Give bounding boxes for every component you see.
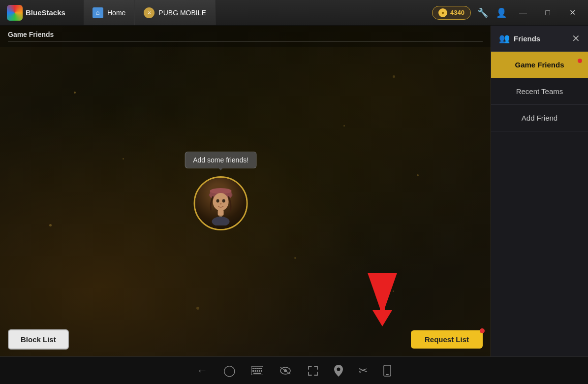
nav-item-recent-teams[interactable]: Recent Teams bbox=[491, 78, 588, 105]
app-name: BlueStacks bbox=[26, 8, 65, 17]
panel-close-button[interactable]: ✕ bbox=[572, 32, 580, 44]
pubg-tab-label: PUBG MOBILE bbox=[158, 9, 206, 17]
svg-rect-24 bbox=[253, 373, 261, 374]
svg-rect-14 bbox=[252, 368, 254, 369]
request-list-label: Request List bbox=[425, 335, 469, 344]
svg-rect-16 bbox=[256, 368, 258, 369]
wrench-icon[interactable]: 🔧 bbox=[476, 6, 490, 20]
svg-rect-22 bbox=[259, 370, 260, 372]
nav-item-add-friend[interactable]: Add Friend bbox=[491, 105, 588, 131]
game-viewport: Game Friends Add some friends! bbox=[0, 26, 491, 356]
svg-point-28 bbox=[337, 367, 340, 371]
bottom-taskbar: ← ◯ bbox=[0, 356, 588, 384]
dust-particle bbox=[123, 158, 124, 160]
scissors-icon[interactable]: ✂ bbox=[359, 364, 368, 377]
eye-slash-svg bbox=[279, 366, 292, 376]
dust-particle bbox=[393, 75, 395, 78]
location-icon[interactable] bbox=[334, 365, 343, 377]
svg-rect-19 bbox=[252, 370, 254, 372]
bluestacks-logo-icon bbox=[7, 5, 23, 21]
speech-bubble: Add some friends! bbox=[185, 152, 257, 168]
coin-icon: ● bbox=[438, 8, 447, 17]
game-friends-title: Game Friends bbox=[8, 31, 483, 42]
svg-rect-21 bbox=[257, 370, 258, 372]
titlebar-right-section: ● 4340 🔧 👤 — □ ✕ bbox=[426, 3, 588, 23]
block-list-button[interactable]: Block List bbox=[8, 329, 69, 350]
game-friends-notif-dot bbox=[578, 59, 582, 63]
svg-point-6 bbox=[220, 203, 222, 205]
svg-point-9 bbox=[212, 217, 230, 225]
app-logo-section: BlueStacks bbox=[0, 5, 84, 21]
nav-item-game-friends[interactable]: Game Friends bbox=[491, 52, 588, 78]
svg-rect-7 bbox=[218, 210, 224, 216]
svg-rect-18 bbox=[260, 368, 262, 369]
coin-count: 4340 bbox=[450, 9, 464, 16]
arrow-indicator bbox=[368, 273, 397, 329]
character-inner bbox=[195, 178, 247, 229]
svg-rect-23 bbox=[261, 370, 262, 372]
dust-particle bbox=[343, 125, 345, 127]
close-button[interactable]: ✕ bbox=[562, 3, 582, 23]
account-icon[interactable]: 👤 bbox=[495, 6, 508, 20]
svg-rect-15 bbox=[254, 368, 256, 369]
svg-rect-17 bbox=[258, 368, 260, 369]
panel-header-left: 👥 Friends bbox=[499, 33, 540, 44]
red-arrow-svg bbox=[368, 273, 397, 327]
dust-particle bbox=[417, 174, 419, 176]
recent-teams-nav-label: Recent Teams bbox=[516, 87, 563, 96]
center-content: Add some friends! bbox=[185, 152, 257, 230]
phone-icon[interactable] bbox=[383, 365, 391, 377]
titlebar: BlueStacks ⌂ Home ⚔ PUBG MOBILE ● 4340 🔧… bbox=[0, 0, 588, 26]
svg-point-4 bbox=[217, 199, 219, 203]
panel-header: 👥 Friends ✕ bbox=[491, 26, 588, 52]
home-tab-icon: ⌂ bbox=[93, 7, 103, 18]
friends-panel: 👥 Friends ✕ Game Friends Recent Teams Ad… bbox=[491, 26, 588, 356]
dust-particle bbox=[196, 307, 199, 310]
svg-rect-20 bbox=[255, 370, 256, 372]
character-avatar bbox=[194, 176, 248, 230]
add-friend-nav-label: Add Friend bbox=[522, 114, 557, 122]
game-bottom-bar: Block List Request List bbox=[0, 322, 491, 356]
svg-point-5 bbox=[222, 199, 225, 203]
game-header: Game Friends bbox=[0, 26, 491, 47]
character-svg bbox=[201, 181, 241, 225]
panel-title: Friends bbox=[514, 34, 540, 43]
request-list-button[interactable]: Request List bbox=[411, 330, 483, 349]
pubg-tab-icon: ⚔ bbox=[144, 7, 155, 18]
tab-pubg[interactable]: ⚔ PUBG MOBILE bbox=[135, 0, 215, 25]
home-button-icon[interactable]: ◯ bbox=[223, 364, 236, 377]
dust-particle bbox=[294, 257, 296, 259]
keyboard-icon[interactable] bbox=[251, 366, 263, 375]
fullscreen-icon[interactable] bbox=[308, 365, 318, 376]
fullscreen-svg bbox=[308, 365, 318, 376]
maximize-button[interactable]: □ bbox=[538, 3, 557, 23]
eye-slash-icon[interactable] bbox=[279, 366, 292, 376]
main-area: Game Friends Add some friends! bbox=[0, 26, 588, 356]
coin-display: ● 4340 bbox=[432, 6, 471, 20]
keyboard-svg bbox=[251, 366, 263, 375]
friends-panel-icon: 👥 bbox=[499, 33, 510, 44]
game-friends-nav-label: Game Friends bbox=[515, 61, 564, 69]
location-svg bbox=[334, 365, 343, 377]
svg-rect-30 bbox=[386, 374, 389, 375]
home-tab-label: Home bbox=[107, 9, 125, 17]
phone-svg bbox=[383, 365, 391, 377]
dust-particle bbox=[74, 92, 76, 94]
tab-home[interactable]: ⌂ Home bbox=[84, 0, 135, 25]
dust-particle bbox=[49, 224, 52, 226]
svg-point-3 bbox=[213, 193, 229, 211]
request-notification-dot bbox=[480, 328, 485, 333]
minimize-button[interactable]: — bbox=[513, 3, 533, 23]
back-button-icon[interactable]: ← bbox=[197, 364, 208, 377]
